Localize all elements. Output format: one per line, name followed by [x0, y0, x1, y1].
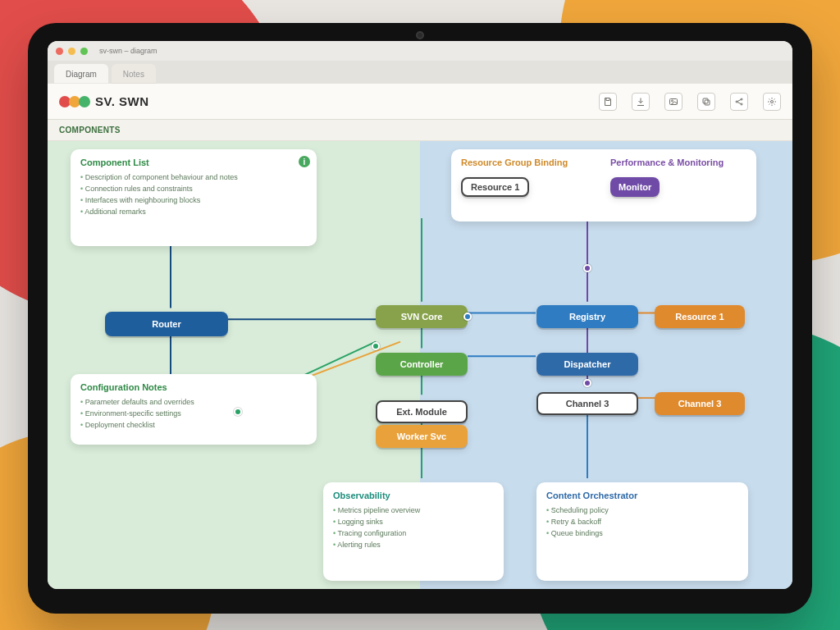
- port-icon: [583, 264, 591, 272]
- node-label: Controller: [400, 359, 444, 369]
- copy-icon[interactable]: [697, 93, 715, 111]
- brand-name: SV. SWN: [95, 94, 148, 108]
- node-label: Monitor: [619, 182, 651, 192]
- svg-point-1: [672, 100, 673, 102]
- share-icon[interactable]: [730, 93, 748, 111]
- bullet: Queue bindings: [546, 528, 738, 540]
- window-close-icon[interactable]: [56, 48, 63, 55]
- card-bullets: Parameter defaults and overrides Environ…: [80, 397, 307, 431]
- bullet: Connection rules and constraints: [80, 184, 307, 195]
- bullet: Deployment checklist: [80, 420, 307, 431]
- port-icon: [463, 313, 472, 321]
- settings-icon[interactable]: [763, 93, 781, 111]
- main-toolbar: SV. SWN: [48, 84, 792, 120]
- button-monitor[interactable]: Monitor: [610, 177, 660, 197]
- node-router[interactable]: Router: [105, 312, 228, 336]
- node-channel-action[interactable]: Channel 3: [655, 392, 745, 415]
- bullet: Additional remarks: [80, 207, 307, 218]
- image-icon[interactable]: [664, 93, 682, 111]
- bullet: Parameter defaults and overrides: [80, 397, 307, 409]
- port-icon: [583, 379, 591, 387]
- bullet: Tracing configuration: [333, 528, 494, 540]
- node-label: Router: [152, 319, 180, 329]
- info-icon[interactable]: i: [299, 156, 310, 167]
- badge-resource[interactable]: Resource 1: [461, 177, 529, 197]
- svg-rect-3: [703, 98, 708, 103]
- badge-label: Resource 1: [471, 182, 519, 192]
- window-titlebar: sv-swn – diagram: [48, 41, 792, 61]
- brand-dot-3: [79, 96, 90, 107]
- app-brand: SV. SWN: [59, 94, 148, 108]
- node-label: Channel 3: [678, 399, 722, 409]
- card-bullets: Scheduling policy Retry & backoff Queue …: [546, 505, 738, 540]
- node-label: Ext. Module: [396, 407, 447, 417]
- bullet: Alerting rules: [333, 540, 494, 551]
- node-registry-action[interactable]: Resource 1: [655, 305, 745, 328]
- laptop-frame: sv-swn – diagram Diagram Notes SV. SWN: [28, 23, 812, 614]
- window-minimize-icon[interactable]: [68, 48, 75, 55]
- tab-strip: Diagram Notes: [48, 61, 792, 84]
- svg-point-5: [741, 98, 742, 100]
- svg-rect-2: [705, 100, 710, 105]
- svg-point-4: [736, 101, 737, 103]
- diagram-canvas[interactable]: i Component List Description of componen…: [48, 141, 792, 589]
- port-icon: [234, 408, 242, 416]
- card-top-right[interactable]: Resource Group Binding Resource 1 Perfor…: [451, 149, 756, 221]
- bullet: Retry & backoff: [546, 517, 738, 528]
- badge-label: Channel 3: [566, 399, 609, 409]
- bullet: Metrics pipeline overview: [333, 505, 494, 517]
- svg-point-6: [741, 103, 742, 105]
- card-bullets: Metrics pipeline overview Logging sinks …: [333, 505, 494, 551]
- node-registry[interactable]: Registry: [536, 305, 638, 328]
- node-label: Resource 1: [675, 312, 724, 322]
- section-header-label: COMPONENTS: [59, 126, 121, 135]
- node-worker-svc[interactable]: Worker Svc: [376, 425, 468, 448]
- window-title: sv-swn – diagram: [99, 47, 158, 55]
- badge-channel[interactable]: Channel 3: [536, 392, 638, 415]
- export-icon[interactable]: [632, 93, 650, 111]
- node-controller[interactable]: Controller: [376, 353, 468, 376]
- card-title: Observability: [333, 491, 494, 500]
- node-label: SVN Core: [401, 312, 443, 322]
- window-zoom-icon[interactable]: [80, 48, 88, 55]
- card-observability[interactable]: Observability Metrics pipeline overview …: [323, 482, 504, 581]
- section-header: COMPONENTS: [48, 120, 792, 141]
- save-icon[interactable]: [599, 93, 617, 111]
- card-title-b: Performance & Monitoring: [610, 158, 746, 167]
- node-label: Worker Svc: [397, 431, 446, 441]
- laptop-camera: [416, 31, 424, 39]
- card-title-a: Resource Group Binding: [461, 158, 597, 167]
- node-ext-module[interactable]: Ext. Module: [376, 400, 468, 423]
- port-icon: [372, 342, 380, 350]
- app-screen: sv-swn – diagram Diagram Notes SV. SWN: [48, 41, 792, 589]
- card-title: Component List: [80, 158, 307, 167]
- card-component-list[interactable]: i Component List Description of componen…: [71, 149, 317, 246]
- node-svn-core[interactable]: SVN Core: [376, 305, 468, 328]
- card-orchestrator[interactable]: Content Orchestrator Scheduling policy R…: [536, 482, 748, 581]
- tab-notes[interactable]: Notes: [112, 64, 156, 84]
- svg-point-7: [771, 100, 774, 103]
- node-label: Registry: [569, 312, 605, 322]
- bullet: Interfaces with neighbouring blocks: [80, 195, 307, 207]
- card-title: Content Orchestrator: [546, 491, 738, 500]
- node-dispatcher[interactable]: Dispatcher: [536, 353, 638, 376]
- card-bullets: Description of component behaviour and n…: [80, 172, 307, 218]
- card-config-notes[interactable]: Configuration Notes Parameter defaults a…: [71, 374, 317, 445]
- bullet: Scheduling policy: [546, 505, 738, 517]
- tab-diagram[interactable]: Diagram: [54, 64, 108, 84]
- bullet: Logging sinks: [333, 517, 494, 528]
- node-label: Dispatcher: [564, 359, 611, 369]
- card-title: Configuration Notes: [80, 382, 307, 392]
- bullet: Description of component behaviour and n…: [80, 172, 307, 184]
- svg-rect-0: [670, 98, 678, 104]
- bullet: Environment-specific settings: [80, 409, 307, 420]
